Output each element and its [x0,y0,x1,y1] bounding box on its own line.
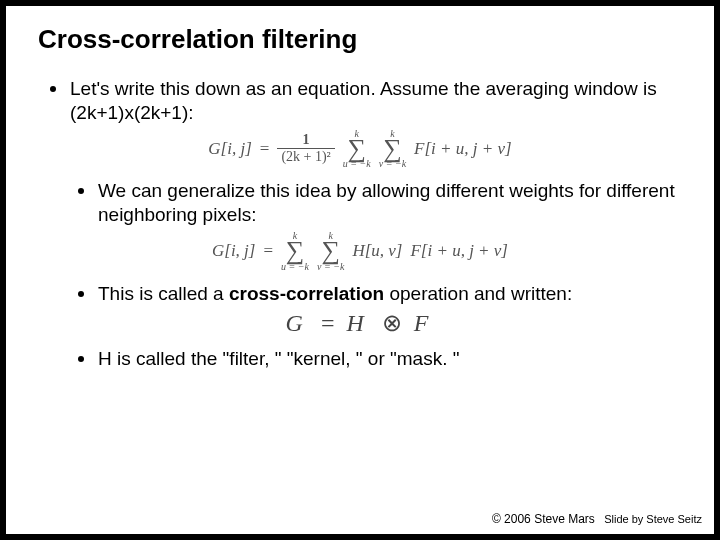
equation-2: G[i, j] = k ∑ u = −k k ∑ v = −k H[u, v] … [6,231,714,272]
sigma-icon: ∑ [347,139,366,160]
bullet-3-bold: cross-correlation [229,283,384,304]
equation-3: G = H ⊗ F [6,309,714,337]
eq2-sum1-bot: u = −k [281,262,309,272]
eq2-sum2-bot: v = −k [317,262,344,272]
footer-copyright: © 2006 Steve Mars [492,512,595,526]
eq1-equals: = [260,139,270,159]
eq3-equals: = [321,310,335,336]
eq1-frac-den: (2k + 1)² [277,148,334,164]
eq2-mid: H[u, v] [352,241,402,261]
sigma-icon: ∑ [286,241,305,262]
eq1-rhs: F[i + u, j + v] [414,139,512,159]
footer-byline: Slide by Steve Seitz [604,513,702,525]
bullet-1-text: Let's write this down as an equation. As… [70,77,684,125]
eq3-G: G [286,310,309,336]
eq3-F: F [414,310,435,336]
bullet-3-post: operation and written: [384,283,572,304]
eq1-sum-u: k ∑ u = −k [343,129,371,170]
bullet-3-pre: This is called a [98,283,229,304]
eq2-equals: = [263,241,273,261]
bullet-3-text: This is called a cross-correlation opera… [98,282,684,306]
bullet-3: This is called a cross-correlation opera… [6,282,714,306]
slide-title: Cross-correlation filtering [6,24,714,55]
footer: © 2006 Steve Mars Slide by Steve Seitz [492,512,702,526]
bullet-4-text: H is called the "filter, " "kernel, " or… [98,347,684,371]
eq2-lhs: G[i, j] [212,241,255,261]
eq1-sum-v: k ∑ v = −k [379,129,406,170]
slide: Cross-correlation filtering Let's write … [6,6,714,534]
eq2-rhs: F[i + u, j + v] [410,241,508,261]
eq1-sum1-bot: u = −k [343,159,371,169]
eq1-fraction: 1 (2k + 1)² [277,133,334,164]
bullet-dot-icon [78,291,84,297]
bullet-dot-icon [78,356,84,362]
eq1-lhs: G[i, j] [208,139,251,159]
eq2-sum-u: k ∑ u = −k [281,231,309,272]
bullet-dot-icon [50,86,56,92]
bullet-2-text: We can generalize this idea by allowing … [98,179,684,227]
bullet-1: Let's write this down as an equation. As… [6,77,714,125]
eq3-H: H [346,310,369,336]
otimes-icon: ⊗ [382,310,402,336]
bullet-dot-icon [78,188,84,194]
sigma-icon: ∑ [321,241,340,262]
sigma-icon: ∑ [383,139,402,160]
eq2-sum-v: k ∑ v = −k [317,231,344,272]
bullet-4: H is called the "filter, " "kernel, " or… [6,347,714,371]
equation-1: G[i, j] = 1 (2k + 1)² k ∑ u = −k k ∑ v =… [6,129,714,170]
eq1-sum2-bot: v = −k [379,159,406,169]
eq1-frac-num: 1 [299,133,314,148]
bullet-2: We can generalize this idea by allowing … [6,179,714,227]
